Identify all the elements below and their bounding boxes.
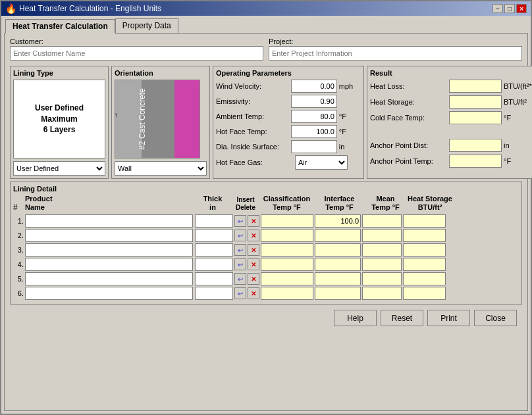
dia-inside-input[interactable] xyxy=(291,140,337,153)
row-4-insert-btn[interactable]: ↩ xyxy=(234,258,246,270)
row-3-heat-storage[interactable] xyxy=(403,243,446,256)
close-window-button[interactable]: ✕ xyxy=(516,4,527,13)
anchor-dist-input xyxy=(449,139,502,152)
ambient-temp-label: Ambient Temp: xyxy=(216,112,291,120)
row-5-num: 5. xyxy=(13,275,25,283)
cold-face-temp-input xyxy=(449,111,502,124)
tab-property-data[interactable]: Property Data xyxy=(115,18,178,33)
row-2-class-temp[interactable] xyxy=(261,229,313,242)
row-3-name[interactable] xyxy=(25,243,193,256)
row-2-mean-temp[interactable] xyxy=(362,229,402,242)
row-5-delete-btn[interactable]: ✕ xyxy=(248,273,259,285)
col-thick-header: Thickin xyxy=(193,195,232,212)
anchor-dist-row: Anchor Point Dist: in xyxy=(370,139,532,152)
col-insert-header: InsertDelete xyxy=(232,196,259,212)
heat-storage-row: Heat Storage: BTU/ft² xyxy=(370,95,532,109)
row-1-mean-temp[interactable] xyxy=(362,214,402,228)
row-4-class-temp[interactable] xyxy=(261,258,313,271)
row-1-thick[interactable] xyxy=(195,214,233,228)
row-1-insert-btn[interactable]: ↩ xyxy=(234,215,246,227)
row-4-iface-temp[interactable] xyxy=(315,258,361,271)
row-2-delete-btn[interactable]: ✕ xyxy=(248,230,259,241)
row-6-class-temp[interactable] xyxy=(261,287,313,300)
lining-detail-title: Lining Detail xyxy=(13,185,519,193)
row-4-name[interactable] xyxy=(25,258,193,271)
emissivity-input[interactable] xyxy=(291,95,337,108)
row-3-delete-btn[interactable]: ✕ xyxy=(248,244,259,256)
row-6-delete-btn[interactable]: ✕ xyxy=(248,287,259,299)
row-3-class-temp[interactable] xyxy=(261,243,313,256)
row-5-class-temp[interactable] xyxy=(261,272,313,285)
result-panel: Result Heat Loss: BTU/(ft²*hr) Heat Stor… xyxy=(367,66,532,179)
row-3-iface-temp[interactable] xyxy=(315,243,361,256)
row-6-thick[interactable] xyxy=(195,287,233,300)
row-2-iface-temp[interactable] xyxy=(315,229,361,242)
row-6-iface-temp[interactable] xyxy=(315,287,361,300)
row-5-mean-temp[interactable] xyxy=(362,272,402,285)
lining-row-2: 2. ↩ ✕ xyxy=(13,229,519,242)
row-5-iface-temp[interactable] xyxy=(315,272,361,285)
row-2-insert-btn[interactable]: ↩ xyxy=(234,230,246,241)
hot-face-temp-label: Hot Face Temp: xyxy=(216,128,291,135)
row-3-thick[interactable] xyxy=(195,243,233,256)
reset-button[interactable]: Reset xyxy=(381,310,423,326)
row-6-insert-btn[interactable]: ↩ xyxy=(234,287,246,299)
row-2-heat-storage[interactable] xyxy=(403,229,446,242)
col-num-header: # xyxy=(13,203,25,212)
row-3-insert-btn[interactable]: ↩ xyxy=(234,244,246,256)
col-heat-header: Heat StorageBTU/ft² xyxy=(407,195,453,212)
row-6-heat-storage[interactable] xyxy=(403,287,446,300)
title-bar-controls: − □ ✕ xyxy=(492,4,527,13)
heat-loss-unit: BTU/(ft²*hr) xyxy=(504,82,532,90)
hot-face-gas-label: Hot Face Gas: xyxy=(216,159,295,166)
row-4-thick[interactable] xyxy=(195,258,233,271)
col-iface-header: InterfaceTemp °F xyxy=(315,195,364,212)
row-3-mean-temp[interactable] xyxy=(362,243,402,256)
customer-project-row: Customer: Project: xyxy=(10,37,522,61)
minimize-button[interactable]: − xyxy=(492,4,503,13)
wind-velocity-input[interactable] xyxy=(291,80,337,93)
heat-loss-row: Heat Loss: BTU/(ft²*hr) xyxy=(370,80,532,93)
hot-face-temp-input[interactable] xyxy=(291,125,337,138)
main-window: 🔥 Heat Transfer Calculation - English Un… xyxy=(0,0,532,415)
wind-velocity-row: Wind Velocity: mph xyxy=(216,80,361,93)
row-1-name[interactable] xyxy=(25,214,193,228)
close-button[interactable]: Close xyxy=(474,310,517,326)
print-button[interactable]: Print xyxy=(427,310,470,326)
ambient-temp-input[interactable] xyxy=(291,110,337,123)
hot-face-temp-unit: °F xyxy=(339,128,361,135)
heat-loss-input xyxy=(449,80,502,93)
row-1-class-temp[interactable] xyxy=(261,214,313,228)
project-block: Project: xyxy=(269,37,522,61)
project-input[interactable] xyxy=(269,46,522,61)
lining-detail-header: # ProductName Thickin InsertDelete Class… xyxy=(13,195,519,213)
row-4-delete-btn[interactable]: ✕ xyxy=(248,258,259,270)
hot-face-gas-select[interactable]: Air Nitrogen CO2 xyxy=(295,155,348,170)
row-4-mean-temp[interactable] xyxy=(362,258,402,271)
row-5-insert-btn[interactable]: ↩ xyxy=(234,273,246,285)
lining-type-panel: Lining Type User Defined Maximum 6 Layer… xyxy=(10,66,109,179)
help-button[interactable]: Help xyxy=(334,310,377,326)
orientation-dropdown[interactable]: Wall Roof Floor xyxy=(115,161,207,176)
customer-input[interactable] xyxy=(10,46,263,61)
row-6-name[interactable] xyxy=(25,287,193,300)
heat-loss-label: Heat Loss: xyxy=(370,82,449,90)
row-1-num: 1. xyxy=(13,217,25,225)
row-6-num: 6. xyxy=(13,289,25,297)
row-1-heat-storage[interactable] xyxy=(403,214,446,228)
row-4-heat-storage[interactable] xyxy=(403,258,446,271)
row-2-name[interactable] xyxy=(25,229,193,242)
row-6-mean-temp[interactable] xyxy=(362,287,402,300)
operating-title: Operating Parameters xyxy=(216,69,361,77)
lining-type-dropdown[interactable]: User Defined xyxy=(13,161,105,176)
heat-storage-unit: BTU/ft² xyxy=(504,98,527,106)
maximize-button[interactable]: □ xyxy=(504,4,515,13)
row-1-iface-temp[interactable] xyxy=(315,214,361,228)
row-1-delete-btn[interactable]: ✕ xyxy=(248,215,259,227)
row-5-name[interactable] xyxy=(25,272,193,285)
tab-heat-transfer[interactable]: Heat Transfer Calculation xyxy=(5,19,115,34)
row-2-thick[interactable] xyxy=(195,229,233,242)
row-5-thick[interactable] xyxy=(195,272,233,285)
dia-inside-row: Dia. Inside Surface: in xyxy=(216,140,361,153)
row-5-heat-storage[interactable] xyxy=(403,272,446,285)
